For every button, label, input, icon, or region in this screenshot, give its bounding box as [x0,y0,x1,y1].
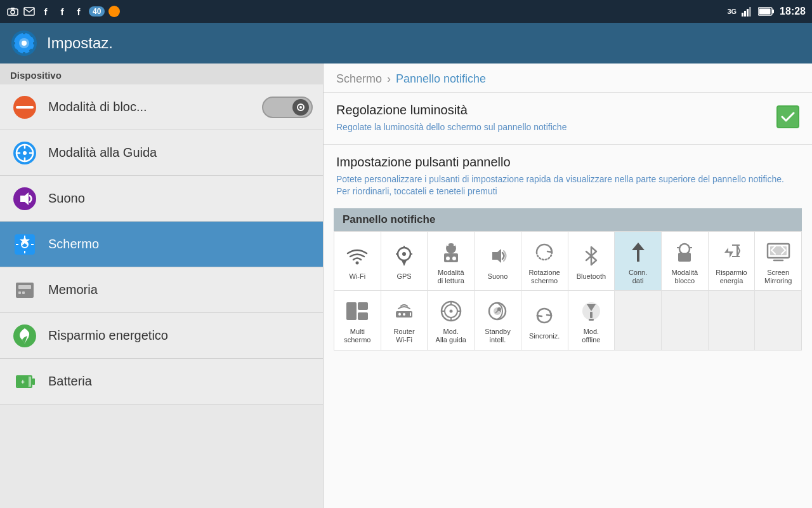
bluetooth-icon [577,242,605,270]
facebook-icon-3: f [72,5,85,18]
status-icons-left: f f f 40 [6,5,120,18]
toggle-blocco[interactable] [262,97,313,118]
svg-rect-2 [11,8,15,10]
panel-item-bluetooth[interactable]: Bluetooth [568,232,615,290]
panel-item-label-risparmio-e: Risparmio energia [716,269,747,285]
svg-point-54 [402,252,406,256]
sidebar-item-blocco[interactable]: Modalità di bloc... [0,84,323,130]
panel-item-mod-blocco[interactable]: Modalità blocco [662,232,709,290]
luminosita-section[interactable]: Regolazione luminosità Regolate la lumin… [324,92,812,144]
panel-item-lettura[interactable]: Modalità di lettura [428,232,475,290]
svg-rect-3 [24,8,34,15]
luminosita-checkmark[interactable] [776,105,799,128]
sidebar-label-suono: Suono [48,191,85,206]
panel-item-label-bluetooth: Bluetooth [577,272,606,281]
panel-item-risparmio-e[interactable]: Risparmio energia [709,232,756,290]
panel-item-rotazione[interactable]: Rotazione schermo [521,232,568,290]
offline-icon [577,297,605,325]
svg-rect-81 [410,312,411,316]
svg-rect-42 [16,283,34,298]
panel-item-label-wifi: Wi-Fi [350,272,366,281]
panel-item-alla-guida[interactable]: Mod. Alla guida [428,291,475,349]
sidebar-item-suono[interactable]: Suono [0,176,323,222]
memoria-icon [10,276,39,305]
svg-rect-17 [11,42,15,44]
svg-rect-9 [772,10,774,13]
panel-section: Pannello notifiche [334,208,802,351]
status-icons-right: 3G 18:28 [727,6,806,17]
panel-item-conn-dati[interactable]: Conn. dati [615,232,662,290]
pulsanti-section[interactable]: Impostazione pulsanti pannello Potete pe… [324,144,812,208]
panel-item-wifi[interactable]: Wi-Fi [334,232,381,290]
panel-grid: Wi-Fi [334,231,802,351]
sidebar-label-blocco: Modalità di bloc... [48,100,147,114]
panel-item-multi[interactable]: Multi schermo [334,291,381,349]
alla-guida-icon [437,297,465,325]
panel-item-label-suono: Suono [488,272,508,281]
panel-item-label-lettura: Modalità di lettura [438,269,464,285]
svg-rect-93 [590,312,593,318]
sidebar-label-guida: Modalità alla Guida [48,145,157,160]
svg-point-52 [356,262,359,265]
panel-item-label-offline: Mod. offline [582,328,600,344]
svg-rect-16 [23,52,25,56]
gmail-icon [23,5,36,18]
sidebar-item-memoria[interactable]: Memoria [0,267,323,313]
suono-panel-icon [483,242,511,270]
content-panel: Schermo › Pannello notifiche Regolazione… [324,64,812,508]
app-header: Impostaz. [0,23,812,64]
camera-icon [6,5,19,18]
svg-marker-65 [492,249,501,263]
luminosita-title: Regolazione luminosità [336,103,566,117]
svg-rect-45 [22,291,25,294]
panel-item-standby[interactable]: Standby intell. [475,291,521,349]
sidebar-item-risparmio[interactable]: Risparmio energetico [0,313,323,359]
status-bar: f f f 40 3G 18:28 [0,0,812,23]
svg-rect-43 [18,285,31,289]
svg-marker-66 [632,243,645,262]
sidebar-label-batteria: Batteria [48,374,92,389]
sidebar-item-schermo[interactable]: Schermo [0,222,323,267]
panel-item-sincroniz[interactable]: Sincroniz. [521,291,568,349]
panel-item-empty-4 [755,291,801,349]
blocco-icon [10,93,39,122]
svg-point-29 [23,151,27,155]
rotazione-icon [530,238,558,266]
panel-item-gps[interactable]: GPS [381,232,428,290]
header-title: Impostaz. [47,34,113,52]
lettura-icon [437,238,465,266]
signal-icon [742,6,753,17]
toggle-knob-blocco [292,99,309,116]
risparmio-icon [10,321,39,351]
panel-item-label-rotazione: Rotazione schermo [528,269,560,285]
sidebar-item-batteria[interactable]: + Batteria [0,359,323,404]
panel-item-label-conn-dati: Conn. dati [629,269,647,285]
svg-rect-15 [23,30,25,34]
svg-point-84 [449,310,452,313]
sidebar-label-memoria: Memoria [48,283,98,297]
panel-item-offline[interactable]: Mod. offline [568,291,615,349]
panel-row-1: Wi-Fi [334,232,801,291]
guida-icon [10,138,39,168]
svg-text:+: + [21,378,25,385]
panel-item-label-sincroniz: Sincroniz. [529,332,560,340]
luminosita-desc: Regolate la luminosità dello schermo sul… [336,121,566,134]
svg-point-67 [679,244,690,254]
sidebar-item-guida[interactable]: Modalità alla Guida [0,130,323,176]
svg-rect-94 [589,319,594,321]
pulsanti-title: Impostazione pulsanti pannello [336,155,799,170]
panel-row-2: Multi schermo [334,291,801,349]
panel-item-suono[interactable]: Suono [475,232,521,290]
notification-badge: 40 [89,6,105,17]
svg-rect-68 [678,253,691,262]
svg-point-14 [22,41,27,46]
svg-rect-10 [759,9,771,15]
breadcrumb: Schermo › Pannello notifiche [324,64,812,92]
breadcrumb-separator: › [387,72,391,86]
conn-dati-icon [624,238,652,266]
panel-item-router[interactable]: Router Wi-Fi [381,291,428,349]
panel-item-screen-mirror[interactable]: Screen Mirroring [755,232,801,290]
svg-rect-5 [744,11,746,17]
svg-point-1 [11,10,15,14]
gps-icon [390,242,418,270]
